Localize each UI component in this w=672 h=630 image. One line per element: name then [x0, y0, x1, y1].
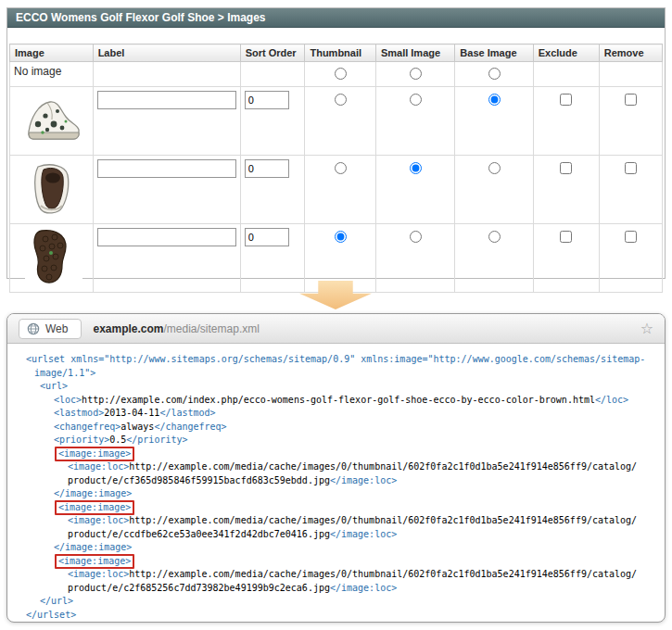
- xml-tag: <image:loc>: [68, 461, 129, 472]
- browser-window: Web example.com/media/sitemap.xml ☆ <url…: [6, 313, 666, 623]
- xml-line: </urlset>: [26, 609, 659, 623]
- browser-chrome: Web example.com/media/sitemap.xml ☆: [7, 314, 665, 344]
- small-image-radio[interactable]: [410, 94, 422, 106]
- xml-text: http://example.com/index.php/ecco-womens…: [82, 395, 595, 405]
- xml-tag: <url>: [40, 381, 68, 391]
- remove-checkbox[interactable]: [625, 231, 637, 243]
- xml-tag: </priority>: [126, 435, 187, 445]
- column-header-base-image: Base Image: [455, 44, 533, 62]
- panel-title: ECCO Womens Golf Flexor Golf Shoe > Imag…: [7, 8, 665, 28]
- browser-tab[interactable]: Web: [19, 319, 82, 339]
- xml-tag: </image:image>: [54, 488, 132, 498]
- xml-line: product/e/cf365d985846f59915bacfd683c59e…: [26, 474, 659, 488]
- highlighted-image-tag: <image:image>: [55, 500, 134, 515]
- xml-line: <image:image>: [26, 501, 659, 515]
- xml-line: image/1.1">: [26, 367, 659, 381]
- xml-text: always: [120, 422, 154, 432]
- remove-checkbox[interactable]: [625, 94, 637, 106]
- xml-tag: </changefreq>: [154, 422, 226, 432]
- xml-line: <urlset xmlns="http://www.sitemaps.org/s…: [26, 353, 659, 367]
- base-image-radio[interactable]: [488, 231, 501, 243]
- globe-icon: [27, 322, 40, 335]
- no-image-label: No image: [10, 62, 94, 87]
- xml-tag: <changefreq>: [54, 422, 120, 432]
- xml-line: <url>: [26, 380, 659, 394]
- xml-line: <lastmod>2013-04-11</lastmod>: [26, 407, 659, 421]
- xml-line: </url>: [26, 595, 659, 609]
- remove-checkbox[interactable]: [625, 162, 637, 174]
- browser-tab-label: Web: [45, 322, 68, 335]
- xml-tag: </image:image>: [54, 542, 132, 552]
- xml-tag: </image:loc>: [330, 583, 397, 593]
- no-image-small-image-radio[interactable]: [410, 68, 422, 80]
- column-header-small-image: Small Image: [375, 44, 454, 62]
- xml-text: http://example.com/media/cache/images/0/…: [129, 515, 637, 525]
- xml-line: <image:image>: [26, 447, 659, 461]
- product-images-panel: ECCO Womens Golf Flexor Golf Shoe > Imag…: [6, 7, 666, 279]
- column-header-remove: Remove: [599, 44, 662, 62]
- product-image-shoe-back: [25, 159, 82, 217]
- product-image-shoe-sole: [25, 228, 82, 285]
- column-header-label: Label: [93, 44, 240, 62]
- xml-text: product/e/c2f685256c7dd73982be49199b9c2e…: [68, 583, 330, 593]
- xml-line: <changefreq>always</changefreq>: [26, 421, 659, 435]
- xml-tag: </lastmod>: [159, 408, 215, 418]
- column-header-image: Image: [10, 44, 94, 62]
- small-image-radio[interactable]: [410, 231, 422, 243]
- exclude-checkbox[interactable]: [560, 231, 572, 243]
- sort-order-input[interactable]: [245, 228, 289, 246]
- xml-line: </image:image>: [26, 487, 659, 501]
- xml-tag: image/1.1">: [34, 368, 95, 378]
- base-image-radio[interactable]: [488, 94, 501, 106]
- xml-text: 2013-04-11: [104, 408, 159, 418]
- xml-line: <image:image>: [26, 555, 659, 569]
- product-images-grid: ImageLabelSort OrderThumbnailSmall Image…: [9, 44, 663, 293]
- column-header-thumbnail: Thumbnail: [305, 44, 375, 62]
- xml-tag: </image:loc>: [330, 475, 397, 485]
- base-image-radio[interactable]: [488, 162, 501, 174]
- grid-header-row: ImageLabelSort OrderThumbnailSmall Image…: [10, 44, 663, 62]
- highlighted-image-tag: <image:image>: [55, 554, 134, 569]
- xml-text: http://example.com/media/cache/images/0/…: [129, 461, 637, 472]
- sort-order-input[interactable]: [245, 91, 289, 109]
- small-image-radio[interactable]: [410, 162, 422, 174]
- xml-line: </image:image>: [26, 541, 659, 555]
- xml-tag: <image:loc>: [68, 569, 129, 579]
- xml-text: http://example.com/media/cache/images/0/…: [129, 569, 637, 579]
- xml-line: <image:loc>http://example.com/media/cach…: [26, 460, 659, 474]
- label-input[interactable]: [97, 228, 236, 246]
- label-input[interactable]: [97, 91, 236, 109]
- no-image-thumbnail-radio[interactable]: [335, 68, 347, 80]
- thumbnail-radio[interactable]: [335, 162, 347, 174]
- xml-tag: </image:loc>: [330, 529, 397, 539]
- xml-line: <priority>0.5</priority>: [26, 434, 659, 447]
- xml-tag: <loc>: [54, 395, 82, 405]
- label-input[interactable]: [97, 159, 236, 178]
- thumbnail-radio[interactable]: [335, 94, 347, 106]
- bookmark-star-icon[interactable]: ☆: [640, 321, 653, 336]
- thumbnail-radio[interactable]: [335, 231, 347, 243]
- xml-text: 0.5: [109, 435, 126, 445]
- exclude-checkbox[interactable]: [560, 162, 572, 174]
- xml-tag: <lastmod>: [54, 408, 104, 418]
- image-row: [10, 156, 663, 224]
- exclude-checkbox[interactable]: [560, 94, 572, 106]
- no-image-row: No image: [10, 62, 663, 87]
- url-path: /media/sitemap.xml: [164, 322, 260, 335]
- xml-line: <image:loc>http://example.com/media/cach…: [26, 568, 659, 582]
- xml-tag: <priority>: [54, 435, 109, 445]
- xml-text: product/e/ccdfbe62ce53a0ee341f2d42dbc7e0…: [68, 529, 330, 539]
- address-bar[interactable]: example.com/media/sitemap.xml: [93, 322, 628, 335]
- url-domain: example.com: [93, 322, 163, 335]
- xml-line: <image:loc>http://example.com/media/cach…: [26, 514, 659, 528]
- xml-line: product/e/c2f685256c7dd73982be49199b9c2e…: [26, 582, 659, 596]
- xml-text: product/e/cf365d985846f59915bacfd683c59e…: [68, 475, 330, 485]
- image-row: [10, 87, 663, 156]
- highlighted-image-tag: <image:image>: [55, 447, 134, 461]
- xml-line: <loc>http://example.com/index.php/ecco-w…: [26, 394, 659, 408]
- xml-tag: </urlset>: [26, 610, 76, 620]
- xml-line: product/e/ccdfbe62ce53a0ee341f2d42dbc7e0…: [26, 528, 659, 542]
- sort-order-input[interactable]: [245, 159, 289, 178]
- xml-tag: <image:loc>: [68, 515, 129, 525]
- no-image-base-image-radio[interactable]: [488, 68, 501, 80]
